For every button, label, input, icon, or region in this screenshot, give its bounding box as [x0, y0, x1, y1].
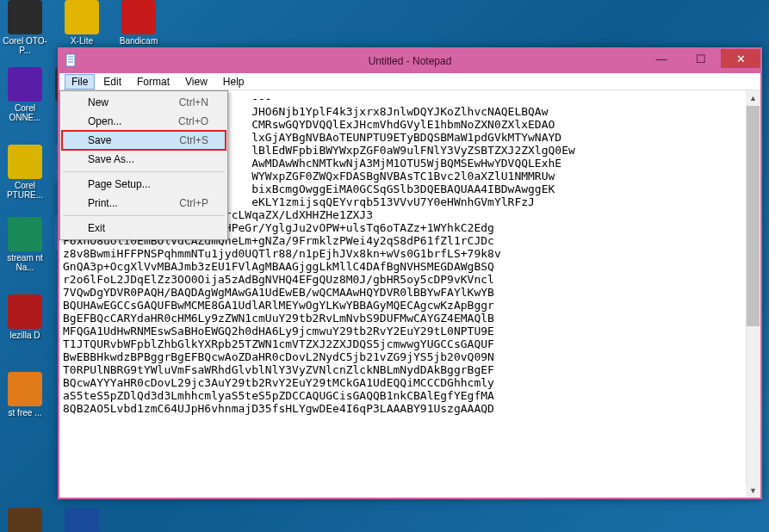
desktop-icon-label: Corel ONNE... — [0, 103, 50, 122]
app-icon — [65, 53, 78, 67]
menubar: FileEditFormatViewHelp — [59, 73, 760, 90]
desktop-icon[interactable] — [0, 508, 50, 532]
maximize-button[interactable]: ☐ — [681, 49, 721, 68]
menu-item-shortcut: Ctrl+N — [179, 96, 208, 108]
menu-item-print[interactable]: Print...Ctrl+P — [62, 194, 226, 213]
scroll-thumb[interactable] — [747, 106, 760, 326]
menu-item-label: Exit — [88, 222, 105, 234]
app-glyph-icon — [8, 372, 42, 406]
desktop-icon-label: Corel OTO-P... — [0, 36, 50, 55]
app-glyph-icon — [121, 0, 156, 34]
desktop-icon[interactable]: Corel PTURE... — [0, 145, 50, 200]
app-glyph-icon — [8, 217, 42, 251]
desktop-icon-label: X-Lite — [57, 36, 107, 46]
menu-item-exit[interactable]: Exit — [62, 219, 226, 238]
desktop-icon[interactable]: stream nt Na... — [0, 217, 50, 272]
app-glyph-icon — [8, 145, 42, 179]
menu-help[interactable]: Help — [216, 74, 251, 90]
desktop-icon-label: Bandicam — [114, 36, 164, 46]
scroll-down-arrow[interactable]: ▼ — [746, 483, 760, 498]
menu-view[interactable]: View — [178, 74, 214, 90]
file-menu-dropdown: NewCtrl+NOpen...Ctrl+OSaveCtrl+SSave As.… — [59, 90, 228, 240]
menu-item-label: Open... — [88, 115, 121, 127]
svg-rect-0 — [66, 54, 75, 66]
menu-item-save[interactable]: SaveCtrl+S — [62, 131, 226, 150]
app-glyph-icon — [65, 508, 99, 532]
desktop-icon-label: Corel PTURE... — [0, 181, 50, 200]
desktop-icon[interactable]: X-Lite — [57, 0, 107, 46]
notepad-window: Untitled - Notepad — ☐ ✕ FileEditFormatV… — [58, 47, 762, 499]
menu-edit[interactable]: Edit — [96, 74, 128, 90]
desktop-icon[interactable]: lezilla D — [0, 294, 50, 340]
vertical-scrollbar[interactable]: ▲ ▼ — [746, 90, 760, 498]
menu-item-shortcut: Ctrl+P — [179, 197, 208, 209]
app-glyph-icon — [65, 0, 99, 34]
close-button[interactable]: ✕ — [721, 49, 760, 68]
app-glyph-icon — [8, 294, 42, 329]
menu-format[interactable]: Format — [130, 74, 177, 90]
desktop-icon[interactable]: Corel ONNE... — [0, 67, 50, 122]
menu-item-open[interactable]: Open...Ctrl+O — [62, 112, 226, 131]
menu-item-label: Page Setup... — [88, 178, 151, 190]
scroll-up-arrow[interactable]: ▲ — [746, 90, 760, 105]
titlebar[interactable]: Untitled - Notepad — ☐ ✕ — [59, 49, 760, 73]
desktop-icon[interactable]: st free ... — [0, 372, 50, 418]
app-glyph-icon — [8, 67, 42, 102]
minimize-button[interactable]: — — [642, 49, 681, 68]
desktop-icon[interactable]: Corel OTO-P... — [0, 0, 50, 55]
app-glyph-icon — [8, 508, 42, 532]
menu-item-shortcut: Ctrl+S — [179, 134, 208, 146]
menu-item-label: Print... — [88, 197, 118, 209]
menu-item-page-setup[interactable]: Page Setup... — [62, 175, 226, 194]
menu-item-save-as[interactable]: Save As... — [62, 150, 226, 169]
menu-item-label: Save As... — [88, 153, 134, 165]
menu-file[interactable]: File — [65, 74, 95, 90]
menu-separator — [63, 171, 225, 172]
menu-separator — [63, 215, 225, 216]
app-glyph-icon — [8, 0, 42, 34]
desktop-icon-label: stream nt Na... — [0, 253, 50, 272]
menu-item-new[interactable]: NewCtrl+N — [62, 93, 226, 112]
desktop-icon-label: lezilla D — [0, 331, 50, 340]
window-title: Untitled - Notepad — [369, 55, 452, 67]
menu-item-label: Save — [88, 134, 111, 146]
desktop-icon[interactable] — [57, 508, 107, 532]
menu-item-shortcut: Ctrl+O — [178, 115, 208, 127]
desktop-icon[interactable]: Bandicam — [114, 0, 164, 46]
desktop-icon-label: st free ... — [0, 408, 50, 418]
menu-item-label: New — [88, 96, 109, 108]
